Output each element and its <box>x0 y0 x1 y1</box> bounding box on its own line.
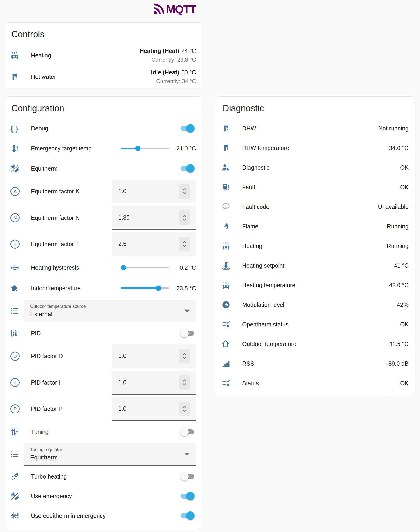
alpha-t-circle-icon: T <box>11 240 24 249</box>
list-status-icon <box>222 320 235 329</box>
diag-row-status[interactable]: Status OK <box>216 373 415 393</box>
signal-icon <box>222 359 235 368</box>
stepper-icon[interactable] <box>179 375 190 390</box>
diag-row-dhw-temperature[interactable]: DHW temperature 34.0 °C <box>216 138 415 158</box>
pid-factor-d-input[interactable]: 1.0 <box>112 344 196 368</box>
rocket-icon <box>11 472 24 481</box>
diag-value: Not running <box>378 125 409 132</box>
stepper-icon[interactable] <box>179 349 190 363</box>
diag-value: Running <box>387 223 409 230</box>
diag-value: Unavailable <box>378 204 409 210</box>
select-value: External <box>30 310 196 318</box>
turbo-heating-toggle[interactable] <box>180 472 195 481</box>
diag-row-fault[interactable]: Fault OK <box>216 177 415 197</box>
diag-row-dhw[interactable]: DHW Not running <box>216 118 415 138</box>
equitherm-toggle[interactable] <box>180 164 195 173</box>
thermometer-water-icon <box>222 261 235 270</box>
config-label: Tuning <box>31 429 180 435</box>
config-label: Use emergency <box>31 493 180 500</box>
config-row-pid-factor-i: I PID factor I 1.0 <box>5 369 202 396</box>
tuning-toggle[interactable] <box>180 427 195 437</box>
dropdown-caret-icon <box>184 310 189 312</box>
diag-value: 42% <box>397 301 409 308</box>
config-label: PID factor P <box>31 406 112 412</box>
diag-label: Heating <box>242 243 387 250</box>
configuration-title: Configuration <box>11 103 202 113</box>
number-value: 1.0 <box>118 188 126 195</box>
diag-row-rssi[interactable]: RSSI -89.0 dB <box>216 354 415 373</box>
heating-hysteresis-slider[interactable] <box>121 267 169 268</box>
diag-row-heating-temperature[interactable]: Heating temperature 42.0 °C <box>216 275 415 295</box>
diag-label: RSSI <box>242 360 386 367</box>
config-label: Use equitherm in emergency <box>31 512 180 519</box>
outdoor-temperature-source-select[interactable]: Outdoor temperature source External <box>24 300 196 322</box>
pid-toggle[interactable] <box>180 328 195 338</box>
equitherm-factor-n-input[interactable]: 1.35 <box>112 206 196 230</box>
pid-factor-p-input[interactable]: 1.0 <box>112 397 196 421</box>
diag-label: Heating temperature <box>242 282 389 289</box>
climate-status: Idle (Heat)50 °C Currently: 34 °C <box>151 69 196 85</box>
footnote-dash: - <box>389 388 391 395</box>
equitherm-factor-t-input[interactable]: 2.5 <box>112 232 196 256</box>
diag-row-heating-setpoint[interactable]: Heating setpoint 41 °C <box>216 256 415 275</box>
diag-row-opentherm-status[interactable]: Opentherm status OK <box>216 314 415 334</box>
number-value: 1.0 <box>118 379 126 386</box>
fire-icon <box>222 222 235 231</box>
stepper-icon[interactable] <box>179 401 190 416</box>
stepper-icon[interactable] <box>179 237 190 251</box>
list-status-icon <box>222 379 235 387</box>
select-value: Equitherm <box>30 454 196 461</box>
stepper-icon[interactable] <box>179 184 190 199</box>
use-equitherm-in-emergency-toggle[interactable] <box>180 511 195 520</box>
config-row-tuning-regulator: Tuning regulator Equitherm <box>5 442 202 467</box>
control-row-heating[interactable]: Heating Heating (Heat)24 °C Currently: 2… <box>5 44 202 66</box>
config-row-use-equitherm-in-emergency: Use equitherm in emergency <box>5 506 202 525</box>
diag-label: Fault <box>242 184 400 191</box>
diag-label: DHW <box>242 125 378 132</box>
config-label: Equitherm <box>31 165 180 172</box>
config-label: Equitherm factor N <box>31 214 112 221</box>
equitherm-factor-k-input[interactable]: 1.0 <box>112 180 196 204</box>
configuration-card: Configuration { } Debug Emergency target… <box>5 96 202 529</box>
diag-row-diagnostic[interactable]: Diagnostic OK <box>216 158 415 177</box>
diagnostic-title: Diagnostic <box>223 103 415 113</box>
sun-snowflake-icon <box>11 164 24 173</box>
debug-toggle[interactable] <box>180 124 195 133</box>
config-row-tuning: Tuning <box>5 422 202 442</box>
config-label: PID factor D <box>31 353 112 360</box>
diagnostic-card: Diagnostic DHW Not running DHW temperatu… <box>216 96 415 396</box>
tune-icon <box>11 428 24 436</box>
control-row-hot-water[interactable]: Hot water Idle (Heat)50 °C Currently: 34… <box>5 66 202 88</box>
emergency-target-temp-slider[interactable] <box>121 148 169 149</box>
diag-row-heating[interactable]: Heating Running <box>216 236 415 256</box>
config-row-pid-factor-p: P PID factor P 1.0 <box>5 396 202 422</box>
diag-label: Flame <box>242 223 387 230</box>
config-row-outdoor-temperature-source: Outdoor temperature source External <box>5 298 202 323</box>
diag-row-outdoor-temperature[interactable]: Outdoor temperature 11.5 °C <box>216 334 415 354</box>
climate-target-temp: 24 °C <box>181 48 196 54</box>
climate-status: Heating (Heat)24 °C Currently: 23.8 °C <box>140 48 196 63</box>
stepper-icon[interactable] <box>179 210 190 225</box>
alpha-i-circle-icon: I <box>11 378 24 387</box>
pid-factor-i-input[interactable]: 1.0 <box>112 371 196 395</box>
diag-row-flame[interactable]: Flame Running <box>216 217 415 236</box>
list-bulleted-icon <box>11 307 24 315</box>
diag-row-modulation-level[interactable]: Modulation level 42% <box>216 295 415 314</box>
slider-value: 21.0 °C <box>172 145 196 152</box>
config-label: Equitherm factor T <box>31 241 112 248</box>
indoor-temperature-slider[interactable] <box>121 287 169 289</box>
config-row-turbo-heating: Turbo heating <box>5 467 202 486</box>
config-row-debug: { } Debug <box>5 118 202 138</box>
config-row-heating-hysteresis: Heating hysteresis 0.2 °C <box>5 257 202 278</box>
diag-row-fault-code[interactable]: Fault code Unavailable <box>216 197 415 217</box>
use-emergency-toggle[interactable] <box>180 491 195 501</box>
message-alert-icon <box>222 203 235 211</box>
config-label: Heating hysteresis <box>31 264 121 271</box>
diag-value: OK <box>400 184 409 191</box>
snowflake-alert-icon <box>11 511 24 520</box>
diag-value: -89.0 dB <box>386 360 409 367</box>
number-value: 1.35 <box>118 214 130 221</box>
tuning-regulator-select[interactable]: Tuning regulator Equitherm <box>24 443 196 466</box>
climate-state: Heating (Heat) <box>140 48 179 54</box>
account-wrench-icon <box>222 163 235 172</box>
